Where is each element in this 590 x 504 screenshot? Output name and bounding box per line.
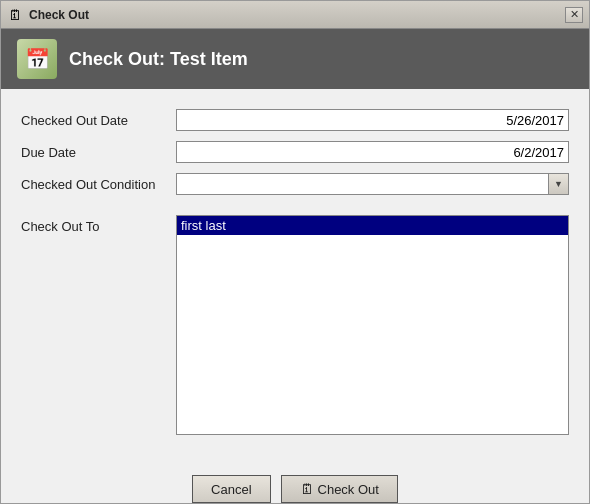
checked-out-date-row: Checked Out Date — [21, 109, 569, 131]
header-icon — [17, 39, 57, 79]
condition-select[interactable]: Good Fair Poor — [177, 174, 568, 194]
cancel-button[interactable]: Cancel — [192, 475, 270, 503]
checked-out-condition-row: Checked Out Condition Good Fair Poor ▼ — [21, 173, 569, 195]
checkout-label: Check Out — [318, 482, 379, 497]
checked-out-condition-label: Checked Out Condition — [21, 177, 176, 192]
due-date-input[interactable] — [176, 141, 569, 163]
dialog-title: Check Out: Test Item — [69, 49, 248, 70]
check-out-to-list[interactable]: first last — [176, 215, 569, 435]
checked-out-date-input[interactable] — [176, 109, 569, 131]
due-date-label: Due Date — [21, 145, 176, 160]
list-item-selected[interactable]: first last — [177, 216, 568, 235]
button-row: Cancel 🗓 Check Out — [1, 475, 589, 503]
check-out-to-label: Check Out To — [21, 215, 176, 234]
dialog-content: Checked Out Date Due Date Checked Out Co… — [1, 89, 589, 461]
condition-select-wrapper: Good Fair Poor ▼ — [176, 173, 569, 195]
title-bar-icon: 🗓 — [7, 7, 23, 23]
checkout-button[interactable]: 🗓 Check Out — [281, 475, 398, 503]
checked-out-date-label: Checked Out Date — [21, 113, 176, 128]
header-banner: Check Out: Test Item — [1, 29, 589, 89]
check-out-to-row: Check Out To first last — [21, 215, 569, 445]
title-bar: 🗓 Check Out ✕ — [1, 1, 589, 29]
close-button[interactable]: ✕ — [565, 7, 583, 23]
checkout-dialog: 🗓 Check Out ✕ Check Out: Test Item Check… — [0, 0, 590, 504]
cancel-label: Cancel — [211, 482, 251, 497]
due-date-row: Due Date — [21, 141, 569, 163]
checkout-icon: 🗓 — [300, 481, 314, 497]
title-bar-text: Check Out — [29, 8, 565, 22]
